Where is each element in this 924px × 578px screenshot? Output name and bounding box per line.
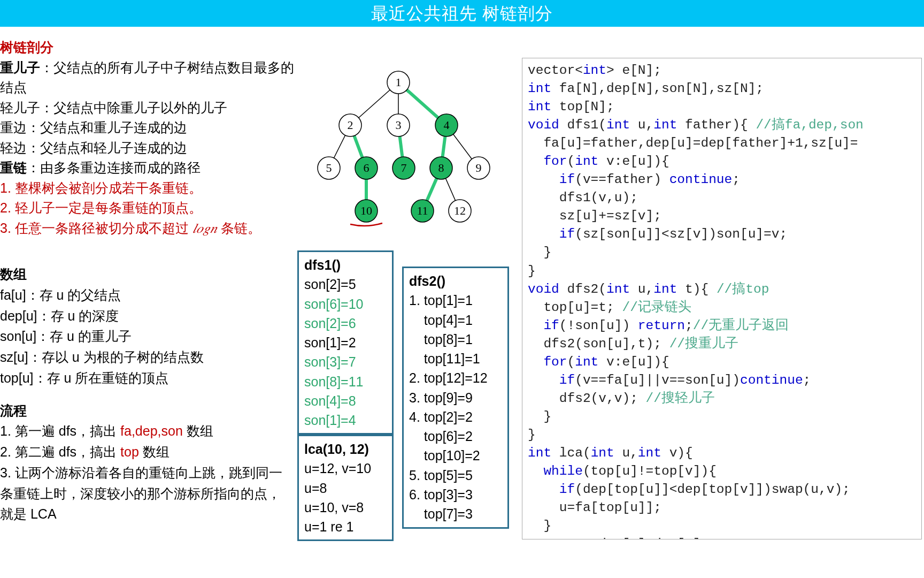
left-column: 树链剖分 重儿子：父结点的所有儿子中子树结点数目最多的结点 轻儿子：父结点中除重… <box>0 37 299 524</box>
tree-diagram: 123456789101112 <box>299 66 497 243</box>
array-son: son[u]：存 u 的重儿子 <box>0 326 299 347</box>
dfs2-line: 6. top[3]=3 <box>409 485 502 504</box>
dfs2-line: top[4]=1 <box>409 310 502 330</box>
rule-3: 3. 任意一条路径被切分成不超过 𝑙𝑜𝑔𝑛 条链。 <box>0 218 299 239</box>
dfs2-line: top[6]=2 <box>409 427 502 446</box>
dfs2-line: 1. top[1]=1 <box>409 291 502 310</box>
flow-heading: 流程 <box>0 400 299 421</box>
tree-node-label: 10 <box>360 204 372 217</box>
array-top: top[u]：存 u 所在重链的顶点 <box>0 368 299 389</box>
def-light-edge: 轻边：父结点和轻儿子连成的边 <box>0 138 299 158</box>
dfs1-line: son[4]=8 <box>304 391 387 410</box>
array-dep: dep[u]：存 u 的深度 <box>0 306 299 326</box>
dfs2-line: 2. top[12]=12 <box>409 368 502 387</box>
def-heavy-chain: 重链：由多条重边连接而成的路径 <box>0 158 299 178</box>
tree-node-label: 12 <box>454 204 466 217</box>
dfs2-line: top[8]=1 <box>409 330 502 349</box>
tree-node-label: 2 <box>348 118 353 132</box>
rule-1: 1. 整棵树会被剖分成若干条重链。 <box>0 178 299 199</box>
lca-line: u=12, v=10 <box>304 459 387 478</box>
dfs2-heading: dfs2() <box>409 271 502 291</box>
tree-node-label: 3 <box>396 118 402 132</box>
tree-node-label: 4 <box>444 118 450 132</box>
dfs1-line: son[1]=2 <box>304 333 387 352</box>
dfs1-line: son[8]=11 <box>304 372 387 391</box>
dfs1-line: son[6]=10 <box>304 294 387 314</box>
tree-node-label: 7 <box>401 161 407 174</box>
lca-line: u=8 <box>304 478 387 498</box>
lca-line: u=10, v=8 <box>304 498 387 517</box>
flow-section: 流程 1. 第一遍 dfs，搞出 fa,dep,son 数组 2. 第二遍 df… <box>0 400 299 525</box>
lca-line: u=1 re 1 <box>304 517 387 536</box>
flow-step-3: 3. 让两个游标沿着各自的重链向上跳，跳到同一条重链上时，深度较小的那个游标所指… <box>0 462 283 524</box>
tree-node-label: 1 <box>396 75 402 89</box>
arrays-section: 数组 fa[u]：存 u 的父结点 dep[u]：存 u 的深度 son[u]：… <box>0 264 299 389</box>
tree-node-label: 8 <box>438 161 444 174</box>
code-panel: vector<int> e[N]; int fa[N],dep[N],son[N… <box>522 58 922 539</box>
tree-node-label: 5 <box>326 161 332 174</box>
dfs1-heading: dfs1() <box>304 255 387 275</box>
dfs2-line: top[10]=2 <box>409 446 502 465</box>
lca-heading: lca(10, 12) <box>304 439 387 459</box>
underline-annotation <box>350 223 382 226</box>
lca-box: lca(10, 12) u=12, v=10 u=8 u=10, v=8 u=1… <box>297 435 394 541</box>
dfs2-line: 3. top[9]=9 <box>409 388 502 407</box>
arrays-heading: 数组 <box>0 264 299 285</box>
dfs2-box: dfs2() 1. top[1]=1 top[4]=1 top[8]=1 top… <box>402 267 509 529</box>
flow-step-2: 2. 第二遍 dfs，搞出 top 数组 <box>0 442 299 462</box>
def-heavy-edge: 重边：父结点和重儿子连成的边 <box>0 118 299 138</box>
dfs1-line: son[2]=5 <box>304 275 387 294</box>
dfs2-line: 5. top[5]=5 <box>409 466 502 485</box>
dfs2-line: top[11]=1 <box>409 349 502 368</box>
def-heavy-son: 重儿子：父结点的所有儿子中子树结点数目最多的结点 <box>0 58 299 98</box>
dfs2-line: top[7]=3 <box>409 504 502 523</box>
array-sz: sz[u]：存以 u 为根的子树的结点数 <box>0 347 299 368</box>
array-fa: fa[u]：存 u 的父结点 <box>0 285 299 306</box>
tree-node-label: 6 <box>364 161 369 174</box>
dfs1-line: son[3]=7 <box>304 352 387 371</box>
tree-node-label: 9 <box>476 161 482 174</box>
flow-step-1: 1. 第一遍 dfs，搞出 fa,dep,son 数组 <box>0 421 299 442</box>
definitions-heading: 树链剖分 <box>0 37 299 58</box>
content-area: 树链剖分 重儿子：父结点的所有儿子中子树结点数目最多的结点 轻儿子：父结点中除重… <box>0 27 924 578</box>
dfs1-box: dfs1() son[2]=5son[6]=10son[2]=6son[1]=2… <box>297 250 394 435</box>
def-light-son: 轻儿子：父结点中除重儿子以外的儿子 <box>0 98 299 118</box>
dfs1-line: son[2]=6 <box>304 314 387 333</box>
dfs1-line: son[1]=4 <box>304 410 387 430</box>
page-title: 最近公共祖先 树链剖分 <box>0 0 924 27</box>
dfs2-line: 4. top[2]=2 <box>409 407 502 427</box>
rule-2: 2. 轻儿子一定是每条重链的顶点。 <box>0 198 299 218</box>
tree-node-label: 11 <box>417 204 428 217</box>
